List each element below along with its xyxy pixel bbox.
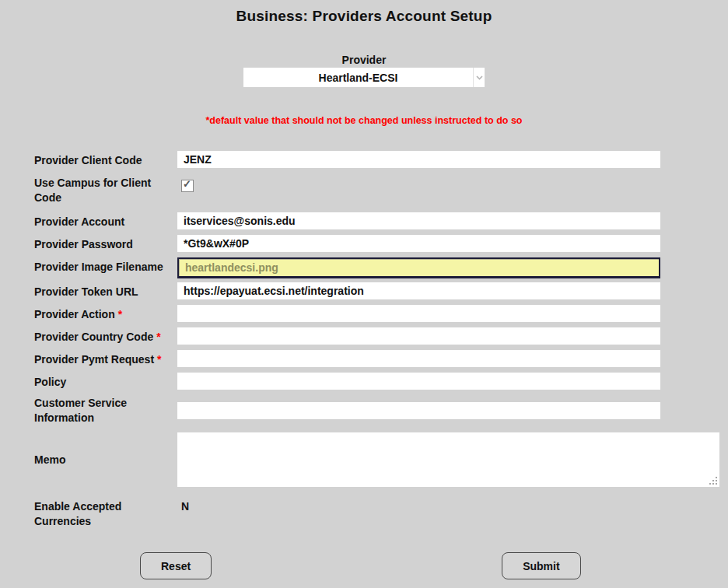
use-campus-checkbox[interactable]: ✓ xyxy=(181,180,194,192)
row-policy: Policy xyxy=(34,373,728,390)
provider-account-form: Provider Client Code Use Campus for Clie… xyxy=(34,151,728,529)
provider-select[interactable]: Heartland-ECSI xyxy=(243,68,485,87)
provider-pymt-request-label: Provider Pymt Request * xyxy=(34,350,177,367)
policy-label: Policy xyxy=(34,373,177,390)
row-provider-account: Provider Account xyxy=(34,212,728,229)
enable-currencies-label: Enable Accepted Currencies xyxy=(34,497,177,529)
memo-label: Memo xyxy=(34,453,177,467)
page-title: Business: Providers Account Setup xyxy=(0,0,728,25)
provider-client-code-input[interactable] xyxy=(177,151,660,168)
required-asterisk: * xyxy=(157,353,161,366)
provider-action-input[interactable] xyxy=(177,305,660,322)
memo-textarea[interactable] xyxy=(177,432,719,487)
default-value-warning: *default value that should not be change… xyxy=(0,115,728,126)
provider-account-input[interactable] xyxy=(177,212,660,229)
provider-country-code-input[interactable] xyxy=(177,327,660,345)
row-provider-country-code: Provider Country Code * xyxy=(34,327,728,345)
provider-action-label: Provider Action * xyxy=(34,305,177,322)
provider-selected-value: Heartland-ECSI xyxy=(243,68,473,87)
provider-image-filename-label: Provider Image Filename xyxy=(34,257,177,278)
row-customer-service: Customer Service Information xyxy=(34,395,728,426)
provider-token-url-input[interactable] xyxy=(177,282,660,299)
provider-image-filename-input[interactable] xyxy=(177,257,660,278)
reset-button[interactable]: Reset xyxy=(140,552,212,579)
row-enable-currencies: Enable Accepted Currencies N xyxy=(34,497,728,529)
provider-pymt-request-input[interactable] xyxy=(177,350,660,367)
row-use-campus: Use Campus for Client Code ✓ xyxy=(34,173,728,209)
checkmark-icon: ✓ xyxy=(183,178,191,190)
row-provider-pymt-request: Provider Pymt Request * xyxy=(34,350,728,367)
enable-currencies-value: N xyxy=(177,497,189,529)
row-provider-action: Provider Action * xyxy=(34,305,728,322)
providers-account-setup-page: Business: Providers Account Setup Provid… xyxy=(0,0,728,588)
row-provider-token-url: Provider Token URL xyxy=(34,282,728,299)
provider-select-label: Provider xyxy=(0,54,728,66)
row-provider-image-filename: Provider Image Filename xyxy=(34,257,728,278)
required-asterisk: * xyxy=(156,331,160,343)
required-asterisk: * xyxy=(118,308,122,320)
submit-button[interactable]: Submit xyxy=(502,552,580,579)
provider-country-code-label: Provider Country Code * xyxy=(34,327,177,345)
provider-password-input[interactable] xyxy=(177,235,660,252)
memo-field-wrap xyxy=(177,432,719,487)
row-provider-password: Provider Password xyxy=(34,235,728,252)
customer-service-input[interactable] xyxy=(177,402,660,419)
row-memo: Memo xyxy=(34,432,728,487)
provider-token-url-label: Provider Token URL xyxy=(34,282,177,299)
form-buttons: Reset Submit xyxy=(0,552,728,579)
row-provider-client-code: Provider Client Code xyxy=(34,151,728,168)
chevron-down-icon xyxy=(473,68,485,87)
policy-input[interactable] xyxy=(177,373,660,390)
provider-password-label: Provider Password xyxy=(34,235,177,252)
provider-account-label: Provider Account xyxy=(34,212,177,229)
use-campus-label: Use Campus for Client Code xyxy=(34,173,177,209)
provider-client-code-label: Provider Client Code xyxy=(34,151,177,168)
customer-service-label: Customer Service Information xyxy=(34,396,177,425)
